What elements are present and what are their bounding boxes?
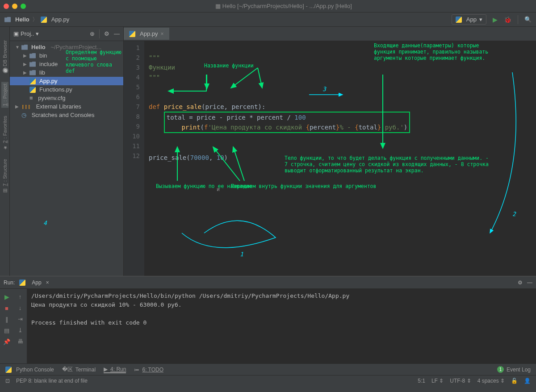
maximize-window[interactable]: [21, 4, 26, 9]
scroll-icon[interactable]: ⤓: [18, 327, 23, 334]
search-icon[interactable]: 🔍: [524, 16, 532, 23]
tree-item-app[interactable]: App.py: [10, 77, 123, 85]
gear-icon[interactable]: ⚙: [104, 30, 109, 37]
cursor-position[interactable]: 5:1: [418, 378, 425, 384]
pin-button[interactable]: 📌: [3, 338, 10, 345]
target-icon[interactable]: ⊕: [90, 30, 95, 37]
collapse-icon[interactable]: —: [114, 30, 120, 37]
run-config-selector[interactable]: App ▾: [452, 14, 486, 25]
run-output[interactable]: /Users/dmitriy/PycharmProjects/Hello/bin…: [27, 289, 536, 363]
project-icon: ▣: [13, 30, 19, 37]
indent[interactable]: 4 spaces ⇕: [477, 378, 505, 384]
titlebar: ▦ Hello [~/PycharmProjects/Hello] - .../…: [0, 0, 536, 13]
bottom-toolbar: Python Console �区 Terminal ▶ 4: Run ≔ 6:…: [0, 363, 536, 375]
layout-button[interactable]: ▤: [4, 327, 9, 334]
folder-icon: [4, 17, 11, 22]
line-gutter: 123456789101112: [124, 41, 144, 276]
left-tool-stripe: 🔘 DB Browser 1: Project ★ 2: Favorites ▤…: [0, 27, 10, 276]
run-config-name: App: [32, 279, 41, 286]
favorites-tab[interactable]: ★ 2: Favorites: [2, 116, 8, 150]
rerun-button[interactable]: ▶: [4, 293, 9, 300]
project-tree[interactable]: ▼Hello ~/PycharmProject... ▶bin ▶include…: [10, 41, 123, 121]
project-sidebar: ▣ Proj..▾ ⊕ ⚙ — ▼Hello ~/PycharmProject.…: [10, 27, 124, 276]
structure-tab[interactable]: ▤ 7: Structure: [2, 159, 8, 194]
encoding[interactable]: UTF-8 ⇕: [450, 378, 471, 384]
run-tab[interactable]: ▶ 4: Run: [104, 366, 126, 373]
marker-3: 3: [322, 86, 326, 92]
close-icon[interactable]: ×: [46, 279, 49, 286]
stop-button[interactable]: ■: [5, 305, 8, 312]
close-tab-icon[interactable]: ×: [160, 31, 163, 37]
marker-2: 2: [512, 211, 516, 217]
run-label: Run:: [4, 279, 15, 286]
editor: App.py × 123456789101112 """ Функции """…: [124, 27, 536, 276]
close-window[interactable]: [4, 4, 9, 9]
app-icon: ▦: [215, 3, 221, 9]
marker-4: 4: [43, 220, 47, 226]
marker-1: 1: [240, 251, 243, 258]
python-icon: [19, 279, 25, 286]
window-title: ▦ Hello [~/PycharmProjects/Hello] - .../…: [35, 3, 532, 9]
debug-button[interactable]: 🐞: [504, 16, 511, 23]
pause-button[interactable]: ‖: [5, 316, 8, 323]
event-log[interactable]: 1Event Log: [497, 366, 531, 373]
scratches-icon: ◷: [21, 112, 26, 118]
terminal-tab[interactable]: �区 Terminal: [62, 366, 96, 373]
code-editor[interactable]: 123456789101112 """ Функции """ def pric…: [124, 41, 536, 276]
run-panel: Run: App × ⚙ — ▶ ■ ‖ ▤ 📌 ↑ ↓ ⇥ ⤓ 🖶 /U: [0, 276, 536, 363]
python-icon: [456, 17, 462, 23]
todo-tab[interactable]: ≔ 6: TODO: [134, 367, 163, 373]
down-icon[interactable]: ↓: [19, 304, 22, 311]
run-button[interactable]: ▶: [493, 16, 498, 23]
python-file-icon: [41, 17, 47, 23]
editor-tab[interactable]: App.py ×: [124, 28, 169, 40]
python-file-icon: [129, 31, 135, 37]
status-icon: ⊡: [5, 378, 10, 384]
print-icon[interactable]: 🖶: [17, 338, 23, 345]
inspect-icon[interactable]: 👤: [524, 378, 531, 384]
wrap-icon[interactable]: ⇥: [18, 316, 23, 322]
navigation-bar: Hello 〉 App.py App ▾ ▶ 🐞 🔍: [0, 13, 536, 27]
python-console-tab[interactable]: Python Console: [5, 367, 54, 373]
gear-icon[interactable]: ⚙: [518, 279, 523, 286]
hide-icon[interactable]: —: [527, 279, 532, 286]
status-bar: ⊡ PEP 8: blank line at end of file 5:1 L…: [0, 375, 536, 386]
breadcrumb[interactable]: Hello 〉 App.py: [4, 16, 452, 24]
file-icon: ≡: [29, 95, 33, 101]
library-icon: ⫿⫿⫿: [21, 103, 31, 110]
up-icon[interactable]: ↑: [19, 293, 22, 300]
chevron-down-icon: ▾: [36, 30, 39, 37]
project-tab[interactable]: 1: Project: [1, 82, 8, 108]
chevron-down-icon: ▾: [479, 16, 482, 23]
db-browser-tab[interactable]: 🔘 DB Browser: [2, 40, 8, 74]
lock-icon[interactable]: 🔓: [511, 378, 518, 384]
status-message: PEP 8: blank line at end of file: [16, 378, 88, 384]
line-ending[interactable]: LF ⇕: [431, 378, 444, 384]
minimize-window[interactable]: [12, 4, 17, 9]
